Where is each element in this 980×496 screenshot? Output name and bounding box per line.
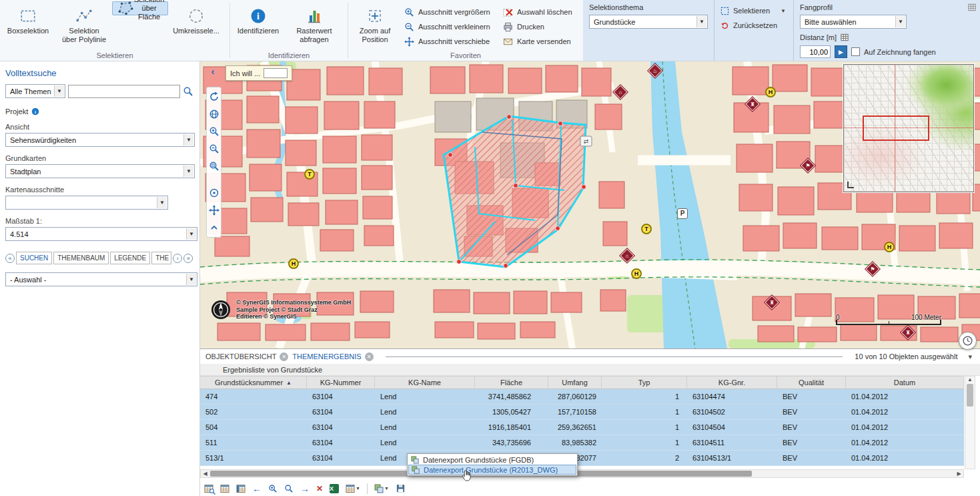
column-header[interactable]: Datum	[846, 376, 964, 389]
refresh-icon[interactable]	[209, 91, 219, 102]
scrollbar-thumb[interactable]	[967, 384, 973, 407]
tab-themenbaum[interactable]: THEMENBAUM	[53, 252, 109, 264]
column-header[interactable]: KG-Name	[375, 376, 475, 389]
column-header[interactable]: Qualität	[777, 376, 846, 389]
zoom-in-button[interactable]	[268, 484, 278, 493]
grundkarten-select[interactable]: Stadtplan ▼	[5, 164, 195, 178]
column-header[interactable]: KG-Nummer	[307, 376, 375, 389]
drucken-button[interactable]: Drucken	[503, 20, 576, 33]
karte-versenden-button[interactable]: Karte versenden	[503, 35, 576, 48]
table-row[interactable]: 47463104Lend3741,485862287,0601291631044…	[200, 389, 964, 405]
tabs-scroll-right-button[interactable]: ›	[173, 254, 182, 263]
previous-record-button[interactable]: ←	[252, 484, 262, 493]
map-viewport[interactable]: ⇄ THTHHH⌂♨♜⚑⌂♜⚑♜P ‹ Ich will ... © Syner…	[200, 61, 980, 348]
kartenausschnitte-select[interactable]: ▼	[5, 196, 168, 210]
column-header[interactable]: KG-Gnr.	[687, 376, 777, 389]
apply-distance-button[interactable]: ▶	[835, 45, 847, 58]
zuruecksetzen-button[interactable]: Zurücksetzen	[720, 18, 787, 33]
pan-extent-icon[interactable]	[209, 205, 219, 216]
sort-asc-icon[interactable]: ▲	[286, 380, 292, 386]
zoom-in-icon[interactable]	[209, 126, 219, 137]
table-row[interactable]: 51163104Lend343,73569683,985382163104511…	[200, 435, 964, 451]
overview-extent-rect[interactable]	[863, 115, 929, 141]
chevron-down-icon[interactable]: ▼	[186, 228, 196, 240]
tab-objektuebersicht[interactable]: OBJEKTÜBERSICHT ✕	[205, 352, 288, 361]
scroll-left-arrow[interactable]: ◀	[201, 470, 209, 477]
chevron-down-icon[interactable]: ▼	[54, 85, 64, 97]
identifizieren-button[interactable]: Identifizieren	[230, 1, 286, 36]
collapse-up-icon[interactable]	[209, 222, 219, 233]
selektionsthema-select[interactable]: Grundstücke ▼	[589, 15, 708, 29]
table-button[interactable]	[220, 484, 229, 493]
selektion-flaeche-button[interactable]: Selektion über Fläche	[112, 1, 168, 15]
zoom-out-icon[interactable]	[209, 144, 219, 154]
info-icon[interactable]	[31, 107, 39, 115]
remove-selection-button[interactable]: ✕	[316, 484, 323, 493]
umkreisselektion-button[interactable]: Umkreissele...	[168, 1, 224, 36]
table-highlight-button[interactable]	[236, 484, 246, 493]
overview-resize-corner[interactable]	[847, 182, 854, 188]
globe-icon[interactable]	[209, 109, 219, 119]
chevron-down-icon[interactable]: ▼	[157, 197, 167, 208]
column-header[interactable]: Grundstücksnummer▲	[200, 376, 307, 389]
zoom-position-button[interactable]: Zoom auf Position	[348, 1, 402, 45]
scroll-right-arrow[interactable]: ▶	[955, 470, 963, 477]
tab-themen[interactable]: THE	[151, 252, 171, 264]
data-export-button[interactable]: ▼	[374, 484, 389, 493]
fangprofil-select[interactable]: Bitte auswählen ▼	[800, 15, 907, 29]
ausschnitt-verschieben-button[interactable]: Ausschnitt verschiebe	[404, 35, 498, 48]
zoom-window-icon[interactable]	[209, 161, 219, 172]
tab-suchen[interactable]: SUCHEN	[16, 252, 52, 264]
close-icon[interactable]: ✕	[280, 352, 288, 361]
excel-export-button[interactable]: X	[330, 484, 339, 493]
overview-map[interactable]	[843, 64, 974, 192]
selektion-polylinie-button[interactable]: Selektion über Polylinie	[56, 1, 112, 45]
ausschnitt-verkleinern-button[interactable]: Ausschnitt verkleinern	[404, 20, 498, 33]
center-map-icon[interactable]	[209, 188, 219, 198]
auswahl-select[interactable]: - Auswahl - ▼	[5, 272, 197, 286]
auswahl-loeschen-button[interactable]: Auswahl löschen	[503, 5, 576, 19]
ansicht-select[interactable]: Sehenswürdigkeiten ▼	[5, 133, 195, 147]
ausschnitt-vergroessern-button[interactable]: Ausschnitt vergrößern	[404, 5, 498, 19]
save-button[interactable]	[396, 483, 406, 493]
chevron-down-icon[interactable]: ▼	[186, 274, 196, 285]
ich-will-input[interactable]	[264, 68, 288, 78]
boxselektion-button[interactable]: Boxselektion	[0, 1, 56, 36]
massstab-combo[interactable]: 4.514 ▼	[5, 227, 197, 241]
volltext-search-input[interactable]	[68, 85, 180, 98]
table-row[interactable]: 50263104Lend1305,05427157,71015816310450…	[200, 405, 964, 420]
chevron-down-icon[interactable]: ▼	[183, 134, 193, 146]
collapse-sidebar-button[interactable]: ‹	[207, 65, 219, 79]
rasterwert-button[interactable]: Rasterwert abfragen	[286, 1, 342, 45]
panel-toggle-icon[interactable]	[968, 3, 976, 11]
themen-filter-select[interactable]: Alle Themen ▼	[5, 84, 65, 98]
table-row[interactable]: 513/163104Lend1.782077263104513/1BEV01.0…	[200, 451, 964, 466]
vertical-scrollbar[interactable]: ▲	[965, 376, 975, 469]
tab-themenergebnis[interactable]: THEMENERGEBNIS ✕	[292, 352, 373, 361]
column-header[interactable]: Fläche	[475, 376, 548, 389]
ich-will-widget[interactable]: Ich will ...	[225, 65, 292, 81]
close-icon[interactable]: ✕	[365, 352, 374, 361]
tabs-scroll-left-button[interactable]: «	[5, 254, 15, 263]
table-row[interactable]: 50463104Lend1916,185401259,3626511631045…	[200, 420, 964, 435]
chevron-down-icon[interactable]: ▼	[895, 16, 905, 27]
horizontal-scrollbar[interactable]: ◀ ▶	[200, 469, 964, 478]
tabs-overflow-button[interactable]: »	[183, 254, 193, 263]
auf-zeichnung-checkbox[interactable]	[851, 47, 860, 56]
collapse-panel-icon[interactable]: ▾	[968, 352, 972, 361]
zoom-button[interactable]	[284, 484, 294, 493]
table-settings-button[interactable]: ▼	[346, 484, 360, 493]
column-header[interactable]: Typ	[602, 376, 687, 389]
search-icon[interactable]	[183, 86, 193, 97]
next-record-button[interactable]: →	[300, 484, 310, 493]
chevron-down-icon[interactable]: ▼	[183, 166, 193, 177]
tab-legende[interactable]: LEGENDE	[110, 252, 150, 264]
chevron-down-icon[interactable]: ▼	[696, 16, 706, 27]
zoom-to-selected-button[interactable]	[204, 484, 213, 493]
selektieren-menu-button[interactable]: Selektieren ▼	[720, 3, 787, 18]
history-clock-button[interactable]	[959, 332, 977, 350]
distanz-input[interactable]	[800, 45, 831, 58]
column-header[interactable]: Umfang	[548, 376, 602, 389]
context-menu-item[interactable]: Datenexport Grundstücke (R2013_DWG)	[408, 465, 576, 475]
context-menu-item[interactable]: Datenexport Grundstücke (FGDB)	[408, 455, 576, 465]
